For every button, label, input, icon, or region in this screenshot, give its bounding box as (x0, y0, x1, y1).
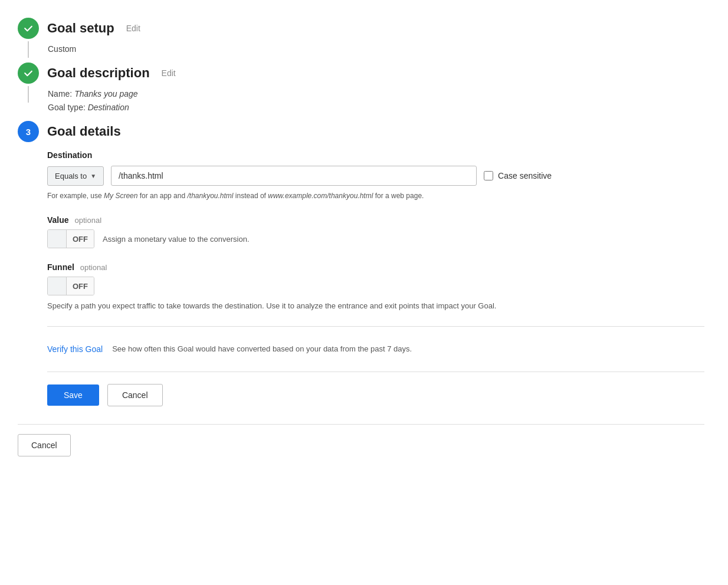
divider-2 (47, 372, 704, 372)
step2-edit-link[interactable]: Edit (162, 68, 176, 78)
step1-connector (28, 41, 29, 58)
value-toggle-thumb (48, 230, 67, 248)
step-goal-description: Goal description Edit Name: Thanks you p… (18, 63, 704, 121)
verify-description: See how often this Goal would have conve… (112, 344, 412, 353)
value-toggle-row: OFF Assign a monetary value to the conve… (47, 229, 704, 248)
step2-connector (28, 86, 29, 103)
destination-hint: For example, use My Screen for an app an… (47, 190, 704, 201)
funnel-title: Funnel optional (47, 262, 704, 272)
case-sensitive-checkbox[interactable] (484, 171, 493, 180)
value-section: Value optional OFF Assign a monetary val… (47, 215, 704, 248)
funnel-toggle[interactable]: OFF (47, 277, 94, 295)
case-sensitive-row: Case sensitive (484, 171, 552, 180)
step-goal-setup: Goal setup Edit Custom (18, 18, 704, 63)
step3-title: Goal details (47, 124, 121, 139)
funnel-toggle-label: OFF (67, 277, 94, 295)
goal-details-body: Destination Equals to ▼ Case sensitive (47, 150, 704, 406)
value-title: Value optional (47, 215, 704, 225)
save-button[interactable]: Save (47, 384, 99, 406)
verify-goal-link[interactable]: Verify this Goal (47, 344, 103, 354)
funnel-description: Specify a path you expect traffic to tak… (47, 300, 578, 312)
step1-icon (18, 18, 39, 39)
cancel-bottom-button[interactable]: Cancel (18, 434, 71, 456)
action-buttons: Save Cancel (47, 384, 704, 406)
step2-meta-name: Name: Thanks you page (48, 87, 138, 100)
cancel-inline-button[interactable]: Cancel (107, 384, 163, 406)
value-toggle-label: OFF (67, 230, 94, 248)
destination-label: Destination (47, 150, 704, 160)
funnel-toggle-thumb (48, 277, 67, 295)
dropdown-arrow-icon: ▼ (90, 173, 96, 179)
step-goal-details: 3 Goal details Destination Equals to ▼ (18, 121, 704, 406)
bottom-bar: Cancel (18, 424, 704, 456)
case-sensitive-label: Case sensitive (498, 171, 552, 180)
destination-input[interactable] (111, 166, 477, 186)
step2-title: Goal description (47, 65, 150, 81)
destination-row: Equals to ▼ Case sensitive (47, 166, 704, 186)
page-container: Goal setup Edit Custom Goa (0, 0, 728, 585)
funnel-section: Funnel optional OFF Specify a path you e… (47, 262, 704, 312)
equals-to-button[interactable]: Equals to ▼ (47, 166, 104, 186)
destination-section: Destination Equals to ▼ Case sensitive (47, 150, 704, 201)
funnel-toggle-row: OFF (47, 277, 704, 295)
stepper: Goal setup Edit Custom Goa (18, 18, 704, 406)
step3-icon: 3 (18, 121, 39, 142)
step2-icon (18, 63, 39, 84)
step1-meta: Custom (48, 42, 76, 55)
divider-1 (47, 326, 704, 327)
step2-meta-type: Goal type: Destination (48, 101, 138, 114)
value-toggle[interactable]: OFF (47, 229, 94, 248)
step1-edit-link[interactable]: Edit (126, 24, 140, 33)
verify-row: Verify this Goal See how often this Goal… (47, 338, 704, 360)
value-description: Assign a monetary value to the conversio… (103, 235, 250, 244)
step1-title: Goal setup (47, 21, 114, 36)
